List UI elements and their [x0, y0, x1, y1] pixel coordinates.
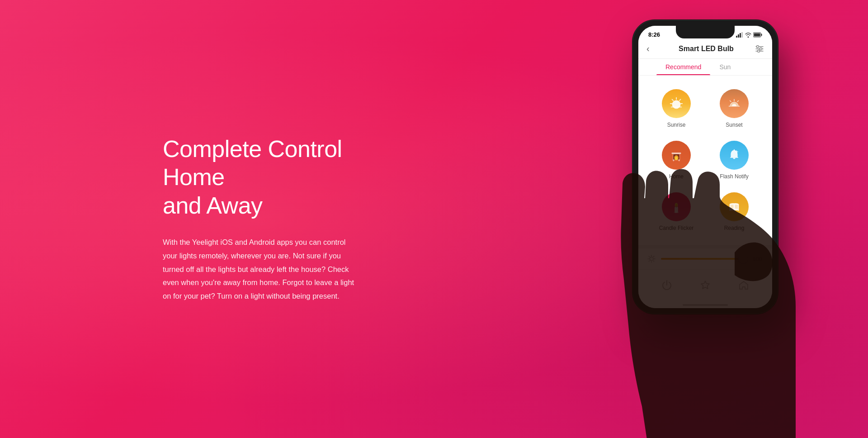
svg-point-12	[758, 50, 760, 52]
home-label: Home	[669, 173, 684, 180]
back-button[interactable]: ‹	[646, 43, 657, 54]
tab-sun[interactable]: Sun	[710, 59, 740, 75]
scene-flash-notify[interactable]: Flash Notify	[705, 134, 763, 186]
sunrise-label: Sunrise	[667, 122, 686, 128]
svg-line-22	[737, 100, 738, 101]
scene-sunset[interactable]: Sunset	[705, 83, 763, 134]
svg-rect-30	[679, 159, 680, 161]
status-time: 8:26	[648, 31, 660, 38]
svg-point-41	[674, 211, 679, 213]
scene-home[interactable]: Home	[647, 134, 705, 186]
flash-icon	[720, 141, 749, 170]
tab-recommend[interactable]: Recommend	[656, 59, 710, 75]
brightness-section: 100	[638, 248, 772, 269]
svg-rect-3	[741, 32, 743, 38]
svg-line-54	[653, 261, 654, 261]
wifi-icon	[745, 32, 751, 38]
scene-sunrise[interactable]: Sunrise	[647, 83, 705, 134]
svg-rect-2	[740, 33, 741, 38]
bottom-nav	[638, 269, 772, 300]
svg-rect-5	[761, 33, 762, 36]
power-button[interactable]	[658, 276, 676, 294]
svg-rect-6	[754, 33, 760, 36]
home-indicator	[638, 300, 772, 308]
svg-rect-1	[738, 34, 739, 38]
phone-notch	[676, 26, 735, 38]
signal-icon	[736, 32, 743, 38]
phone-screen: 8:26	[638, 26, 772, 308]
candle-icon	[662, 192, 691, 221]
scene-button[interactable]	[735, 276, 753, 294]
app-title: Smart LED Bulb	[657, 45, 755, 53]
svg-line-53	[649, 256, 649, 257]
app-header: ‹ Smart LED Bulb	[638, 40, 772, 59]
svg-line-15	[679, 100, 681, 101]
svg-line-17	[672, 100, 674, 101]
screen-content: 8:26	[638, 26, 772, 308]
slider-fill	[661, 258, 738, 260]
svg-line-56	[649, 261, 649, 261]
flash-notify-label: Flash Notify	[720, 173, 748, 180]
candle-flicker-label: Candle Flicker	[659, 225, 694, 231]
body-text: With the Yeelight iOS and Android apps y…	[163, 236, 362, 303]
scene-reading[interactable]: Reading	[705, 186, 763, 238]
home-bar	[683, 304, 728, 306]
svg-point-27	[675, 157, 678, 160]
svg-line-55	[653, 256, 654, 257]
svg-line-23	[730, 100, 731, 101]
svg-point-10	[760, 48, 762, 50]
home-icon	[662, 141, 691, 170]
left-content: Complete Control Home and Away With the …	[163, 135, 389, 303]
reading-icon	[720, 192, 749, 221]
phone-mockup: 8:26	[633, 20, 778, 314]
sunrise-icon	[662, 89, 691, 118]
sunset-label: Sunset	[726, 122, 742, 128]
settings-icon[interactable]	[755, 45, 764, 52]
slider-thumb[interactable]	[739, 254, 748, 263]
svg-rect-31	[734, 149, 735, 151]
battery-icon	[753, 32, 762, 38]
svg-point-8	[757, 45, 759, 48]
scene-grid: Sunrise	[638, 76, 772, 245]
svg-point-48	[650, 257, 653, 261]
reading-label: Reading	[724, 225, 745, 231]
svg-rect-29	[673, 159, 674, 161]
tabs: Recommend Sun	[638, 59, 772, 76]
brightness-icon	[647, 255, 656, 263]
svg-rect-0	[736, 36, 737, 38]
favorite-button[interactable]	[696, 276, 714, 294]
status-icons	[736, 32, 762, 38]
brightness-slider[interactable]	[661, 258, 747, 260]
brightness-value: 100	[752, 256, 763, 262]
scene-candle-flicker[interactable]: Candle Flicker	[647, 186, 705, 238]
phone-frame: 8:26	[633, 20, 778, 314]
sunset-icon	[720, 89, 749, 118]
main-heading: Complete Control Home and Away	[163, 135, 389, 219]
svg-rect-28	[672, 152, 681, 154]
